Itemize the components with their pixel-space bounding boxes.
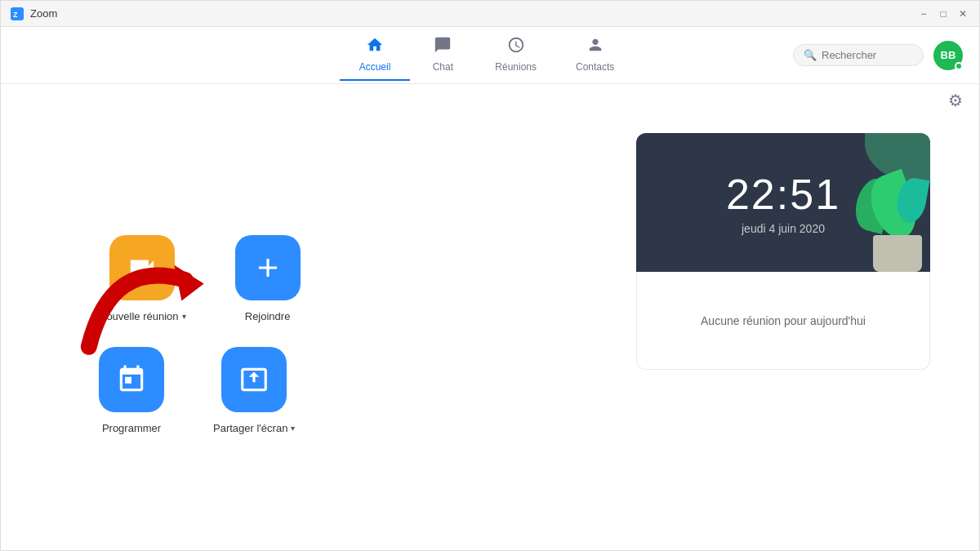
title-bar-left: Z Zoom: [11, 7, 57, 20]
nav-item-reunions[interactable]: Réunions: [475, 29, 556, 81]
main-content: Nouvelle réunion ▾ Rejoindre: [1, 117, 979, 551]
programmer-label: Programmer: [102, 422, 161, 434]
maximize-button[interactable]: □: [937, 7, 950, 20]
plant-pot: [873, 235, 922, 272]
action-row-top: Nouvelle réunion ▾ Rejoindre: [99, 235, 604, 322]
rejoindre-label: Rejoindre: [245, 310, 291, 322]
plus-icon: [252, 252, 283, 283]
share-icon: [238, 364, 270, 395]
action-row-bottom: Programmer Partager l'écran ▾: [99, 347, 604, 434]
nav-center: Accueil Chat Réunions Contacts: [180, 29, 793, 81]
clock-card: 22:51 jeudi 4 juin 2020: [636, 133, 930, 272]
nav-bar: Accueil Chat Réunions Contacts 🔍: [1, 27, 979, 84]
nav-item-chat[interactable]: Chat: [410, 29, 475, 81]
nav-label-reunions: Réunions: [495, 61, 537, 73]
partager-ecran-label: Partager l'écran ▾: [213, 422, 295, 434]
avatar-status-dot: [955, 62, 963, 70]
partager-ecran-button[interactable]: Partager l'écran ▾: [213, 347, 295, 434]
programmer-icon-circle: [99, 347, 164, 412]
nouvelle-reunion-label: Nouvelle réunion ▾: [99, 310, 186, 322]
chat-icon: [434, 36, 452, 58]
clock-panel: 22:51 jeudi 4 juin 2020 Aucune réunion p…: [636, 133, 930, 535]
video-icon: [127, 252, 158, 283]
window-controls: − □ ✕: [917, 7, 969, 20]
clock-time: 22:51: [726, 170, 840, 219]
dropdown-arrow-reunion: ▾: [182, 312, 186, 321]
clock-card-content: 22:51 jeudi 4 juin 2020: [726, 170, 840, 235]
action-panel: Nouvelle réunion ▾ Rejoindre: [50, 133, 604, 535]
home-icon: [366, 36, 384, 58]
rejoindre-button[interactable]: Rejoindre: [235, 235, 301, 322]
partager-icon-circle: [221, 347, 287, 412]
calendar-icon: [116, 364, 147, 395]
svg-text:Z: Z: [13, 11, 18, 19]
nouvelle-reunion-icon-circle: [109, 235, 175, 300]
settings-row: ⚙: [1, 84, 979, 117]
minimize-button[interactable]: −: [917, 7, 930, 20]
avatar[interactable]: BB: [933, 41, 963, 70]
clock-date: jeudi 4 juin 2020: [742, 222, 825, 235]
close-button[interactable]: ✕: [956, 7, 969, 20]
dropdown-arrow-partager: ▾: [291, 424, 295, 433]
app-title: Zoom: [30, 7, 57, 20]
clock-icon: [507, 36, 525, 58]
nav-item-contacts[interactable]: Contacts: [556, 29, 634, 81]
person-icon: [586, 36, 604, 58]
nav-label-accueil: Accueil: [359, 61, 391, 73]
no-meeting-area: Aucune réunion pour aujourd'hui: [636, 272, 930, 370]
title-bar: Z Zoom − □ ✕: [1, 1, 979, 27]
search-input[interactable]: [822, 49, 913, 61]
no-meeting-text: Aucune réunion pour aujourd'hui: [701, 314, 866, 327]
avatar-initials: BB: [941, 49, 956, 61]
nav-label-chat: Chat: [433, 61, 453, 73]
nav-label-contacts: Contacts: [576, 61, 614, 73]
rejoindre-icon-circle: [235, 235, 301, 300]
nouvelle-reunion-button[interactable]: Nouvelle réunion ▾: [99, 235, 186, 322]
search-bar[interactable]: 🔍: [793, 44, 924, 66]
nav-item-accueil[interactable]: Accueil: [340, 29, 411, 81]
search-icon: 🔍: [804, 49, 817, 61]
nav-right: 🔍 BB: [793, 41, 963, 70]
zoom-logo-icon: Z: [11, 7, 24, 20]
settings-icon[interactable]: ⚙: [948, 91, 963, 110]
programmer-button[interactable]: Programmer: [99, 347, 164, 434]
